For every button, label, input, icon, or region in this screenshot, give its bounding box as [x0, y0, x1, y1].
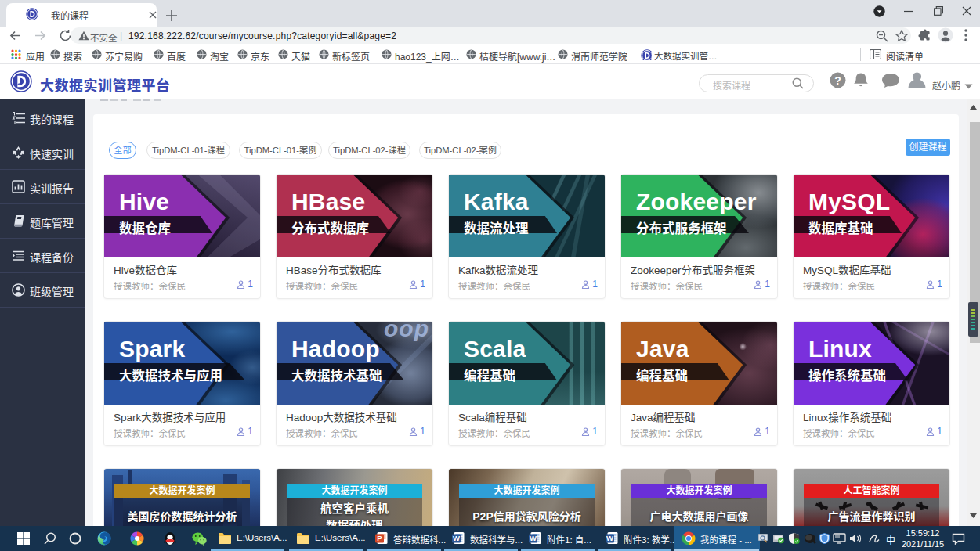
svg-text:?: ? [834, 74, 841, 87]
svg-text:W: W [606, 534, 613, 542]
svg-text:W: W [530, 534, 537, 542]
svg-text:W: W [453, 534, 460, 542]
svg-text:P: P [377, 534, 382, 542]
